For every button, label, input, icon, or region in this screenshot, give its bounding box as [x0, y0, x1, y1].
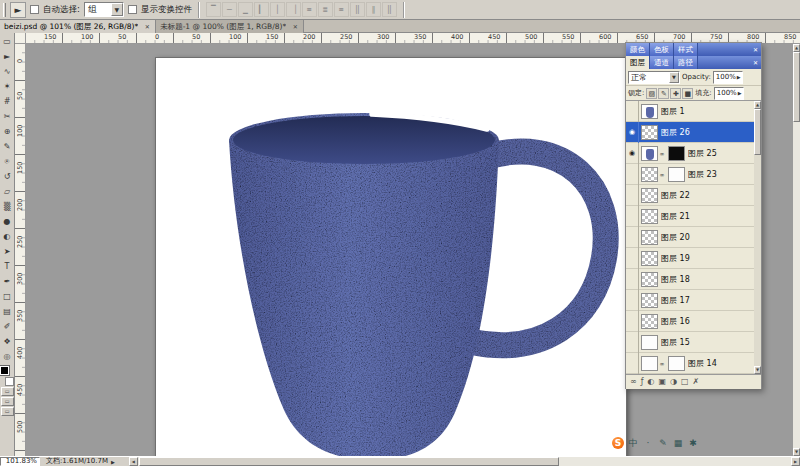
- history-brush-tool[interactable]: ↺: [0, 169, 14, 184]
- layer-row[interactable]: ◉∞图层 25: [626, 143, 754, 164]
- chevron-down-icon[interactable]: ▼: [111, 3, 123, 16]
- layer-row[interactable]: ∞图层 23: [626, 164, 754, 185]
- crop-tool[interactable]: #: [0, 94, 14, 109]
- distribute-left-edges-icon[interactable]: ‖: [350, 2, 365, 17]
- distribute-horizontal-centers-icon[interactable]: ∥: [366, 2, 381, 17]
- lock-all-icon[interactable]: ■: [682, 88, 693, 99]
- visibility-toggle[interactable]: [626, 185, 639, 206]
- zoom-level-field[interactable]: 101.83%: [0, 457, 40, 466]
- eraser-tool[interactable]: ▱: [0, 184, 14, 199]
- lock-image-pixels-icon[interactable]: ✎: [658, 88, 669, 99]
- visibility-toggle[interactable]: [626, 311, 639, 332]
- quick-mask-button[interactable]: ▭: [1, 387, 14, 396]
- layer-row[interactable]: 图层 18: [626, 269, 754, 290]
- new-group-icon[interactable]: ▣: [658, 375, 666, 389]
- visibility-toggle[interactable]: [626, 227, 639, 248]
- layer-row[interactable]: 图层 1: [626, 101, 754, 122]
- add-layer-mask-icon[interactable]: ◐: [648, 375, 655, 389]
- vertical-scrollbar[interactable]: ▲ ▼: [793, 44, 800, 456]
- opacity-field[interactable]: 100% ▶: [713, 71, 743, 84]
- visibility-toggle[interactable]: ◉: [626, 143, 639, 164]
- visibility-toggle[interactable]: [626, 248, 639, 269]
- delete-layer-icon[interactable]: ✗: [693, 375, 700, 389]
- slider-arrow-icon[interactable]: ▶: [737, 74, 741, 80]
- scroll-down-icon[interactable]: ▼: [793, 448, 800, 456]
- distribute-top-edges-icon[interactable]: ≡: [302, 2, 317, 17]
- move-tool[interactable]: ►: [0, 49, 14, 64]
- eyedropper-tool[interactable]: ✐: [0, 319, 14, 334]
- palette-tab[interactable]: 颜色: [626, 43, 650, 56]
- close-tab-icon[interactable]: ✕: [143, 23, 151, 30]
- clone-stamp-tool[interactable]: ⍟: [0, 154, 14, 169]
- palette-tab[interactable]: 图层: [626, 56, 650, 69]
- handwriting-icon[interactable]: ✎: [657, 437, 669, 449]
- distribute-vertical-centers-icon[interactable]: ≣: [318, 2, 333, 17]
- layer-row[interactable]: ◉图层 26: [626, 122, 754, 143]
- layer-row[interactable]: 图层 21: [626, 206, 754, 227]
- type-tool[interactable]: T: [0, 259, 14, 274]
- scroll-right-icon[interactable]: ▶: [791, 457, 800, 466]
- align-vertical-centers-icon[interactable]: ─: [222, 2, 237, 17]
- rectangular-marquee-tool[interactable]: ▭: [0, 34, 14, 49]
- visibility-toggle[interactable]: [626, 269, 639, 290]
- pen-tool[interactable]: ✒: [0, 274, 14, 289]
- layer-row[interactable]: 图层 17: [626, 290, 754, 311]
- lasso-tool[interactable]: ∿: [0, 64, 14, 79]
- new-adjustment-layer-icon[interactable]: ◑: [670, 375, 677, 389]
- shape-tool[interactable]: □: [0, 289, 14, 304]
- align-bottom-edges-icon[interactable]: ▁: [238, 2, 253, 17]
- document-tab[interactable]: 未标题-1 @ 100% (图层 1, RGB/8)*✕: [156, 20, 304, 33]
- distribute-bottom-edges-icon[interactable]: ≡: [334, 2, 349, 17]
- layer-row[interactable]: 图层 16: [626, 311, 754, 332]
- visibility-toggle[interactable]: [626, 353, 639, 374]
- new-layer-icon[interactable]: □: [681, 375, 689, 389]
- path-selection-tool[interactable]: ➤: [0, 244, 14, 259]
- gradient-tool[interactable]: ▒: [0, 199, 14, 214]
- options-bar-grip[interactable]: [3, 3, 6, 17]
- magic-wand-tool[interactable]: ✶: [0, 79, 14, 94]
- input-mode-icon[interactable]: 中: [627, 437, 639, 449]
- ime-settings-icon[interactable]: ✱: [687, 437, 699, 449]
- align-right-edges-icon[interactable]: ▕: [286, 2, 301, 17]
- layer-row[interactable]: 图层 22: [626, 185, 754, 206]
- visibility-toggle[interactable]: [626, 332, 639, 353]
- layer-row[interactable]: 图层 15: [626, 332, 754, 353]
- visibility-toggle[interactable]: [626, 101, 639, 122]
- punctuation-icon[interactable]: ·: [642, 437, 654, 449]
- vertical-scroll-thumb[interactable]: [793, 52, 800, 122]
- visibility-toggle[interactable]: [626, 206, 639, 227]
- slice-tool[interactable]: ✂: [0, 109, 14, 124]
- palette-tab[interactable]: 色板: [650, 43, 674, 56]
- layer-style-icon[interactable]: ƒ: [641, 375, 644, 389]
- fullscreen-mode-button[interactable]: ▭: [1, 407, 14, 416]
- palette-tab[interactable]: 样式: [674, 43, 698, 56]
- fill-field[interactable]: 100% ▶: [714, 87, 744, 100]
- visibility-toggle[interactable]: ◉: [626, 122, 639, 143]
- auto-select-group-combo[interactable]: 组 ▼: [84, 2, 124, 17]
- lock-transparent-pixels-icon[interactable]: ▨: [646, 88, 657, 99]
- close-palette-icon[interactable]: ✕: [750, 56, 761, 69]
- healing-brush-tool[interactable]: ⊕: [0, 124, 14, 139]
- dodge-tool[interactable]: ◐: [0, 229, 14, 244]
- show-transform-checkbox[interactable]: [128, 5, 137, 14]
- vertical-ruler[interactable]: 050100150200250300350400450500550: [15, 44, 26, 456]
- scroll-up-icon[interactable]: ▲: [754, 101, 761, 109]
- align-horizontal-centers-icon[interactable]: │: [270, 2, 285, 17]
- visibility-toggle[interactable]: [626, 164, 639, 185]
- align-left-edges-icon[interactable]: ▎: [254, 2, 269, 17]
- layer-row[interactable]: ∞图层 14: [626, 353, 754, 374]
- layer-row[interactable]: 图层 20: [626, 227, 754, 248]
- blur-tool[interactable]: ●: [0, 214, 14, 229]
- visibility-toggle[interactable]: [626, 290, 639, 311]
- auto-select-checkbox[interactable]: [30, 5, 39, 14]
- soft-keyboard-icon[interactable]: ▦: [672, 437, 684, 449]
- hand-tool[interactable]: ❖: [0, 334, 14, 349]
- link-layers-icon[interactable]: ∞: [630, 375, 637, 389]
- background-color-swatch[interactable]: [5, 377, 14, 386]
- layer-row[interactable]: 图层 19: [626, 248, 754, 269]
- horizontal-scrollbar[interactable]: ◀ ▶: [129, 457, 800, 466]
- align-top-edges-icon[interactable]: ▔: [206, 2, 221, 17]
- notes-tool[interactable]: ▤: [0, 304, 14, 319]
- foreground-color-swatch[interactable]: [0, 366, 9, 375]
- scroll-down-icon[interactable]: ▼: [754, 366, 761, 374]
